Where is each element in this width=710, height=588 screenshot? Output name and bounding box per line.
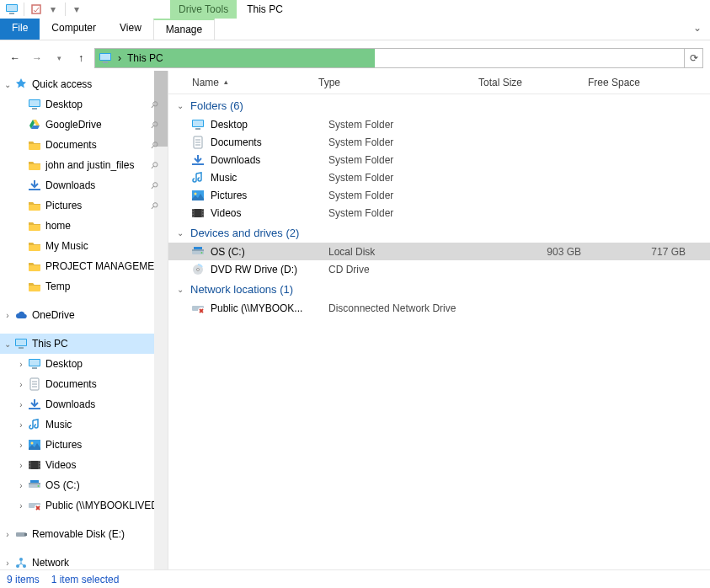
col-type[interactable]: Type [312, 77, 472, 88]
item-name: Desktop [211, 119, 328, 131]
group-network[interactable]: ⌄ Network locations (1) [168, 278, 710, 299]
item-type: System Folder [328, 207, 488, 219]
list-item[interactable]: Pictures System Folder [168, 186, 710, 204]
address-location[interactable]: This PC [127, 52, 163, 64]
tree-item-label: Documents [45, 139, 151, 151]
tree-item[interactable]: Temp [0, 276, 168, 297]
chevron-right-icon[interactable]: › [15, 461, 27, 470]
chevron-right-icon[interactable]: › [15, 360, 27, 369]
chevron-right-icon[interactable]: › [15, 400, 27, 409]
tree-item-label: GoogleDrive [45, 119, 151, 131]
tree-item[interactable]: › OS (C:) [0, 475, 168, 495]
tree-item[interactable]: john and justin_files ⚲ [0, 155, 168, 175]
tree-item[interactable]: home [0, 216, 168, 236]
tree-item[interactable]: GoogleDrive ⚲ [0, 115, 168, 135]
tree-item[interactable]: › Pictures [0, 435, 168, 455]
qat-dropdown-icon[interactable]: ▾ [46, 3, 60, 16]
tree-item[interactable]: › Public (\\MYBOOKLIVEDUO [0, 495, 168, 516]
tree-item-label: john and justin_files [45, 159, 151, 171]
list-item[interactable]: Public (\\MYBOOK... Disconnected Network… [168, 299, 710, 317]
tab-computer[interactable]: Computer [40, 19, 108, 40]
tree-item[interactable]: › Videos [0, 455, 168, 475]
sidebar-scrollbar-thumb[interactable] [154, 71, 168, 147]
item-name: OS (C:) [211, 246, 328, 258]
list-item[interactable]: Downloads System Folder [168, 151, 710, 168]
tree-item-label: Pictures [45, 439, 164, 451]
group-folders[interactable]: ⌄ Folders (6) [168, 94, 710, 115]
tree-item[interactable]: Downloads ⚲ [0, 175, 168, 195]
tree-item[interactable]: Desktop ⚲ [0, 94, 168, 115]
breadcrumb-sep-icon[interactable]: › [115, 52, 124, 64]
list-item[interactable]: Documents System Folder [168, 133, 710, 151]
nav-recent-dropdown[interactable]: ▾ [51, 50, 67, 67]
item-type: System Folder [328, 154, 488, 166]
group-drives[interactable]: ⌄ Devices and drives (2) [168, 222, 710, 243]
tree-item[interactable]: › Music [0, 414, 168, 435]
drive-tools-tab[interactable]: Drive Tools [170, 0, 237, 19]
item-name: Documents [211, 136, 328, 148]
tab-manage[interactable]: Manage [153, 19, 215, 40]
folder-icon [27, 199, 42, 212]
chevron-right-icon[interactable]: › [15, 481, 27, 490]
col-total-size[interactable]: Total Size [472, 77, 581, 88]
chevron-down-icon[interactable]: ⌄ [177, 101, 189, 110]
folder-icon [27, 280, 42, 293]
item-type: System Folder [328, 172, 488, 184]
folder-icon [27, 219, 42, 233]
col-free-space[interactable]: Free Space [581, 77, 682, 88]
tree-item[interactable]: PROJECT MANAGEMENT and [0, 256, 168, 276]
nav-forward-button[interactable]: → [29, 50, 45, 67]
nav-up-button[interactable]: ↑ [72, 50, 89, 67]
address-bar[interactable]: › This PC ⟳ [94, 48, 703, 68]
tab-view[interactable]: View [108, 19, 153, 40]
tree-network[interactable]: › Network [0, 553, 168, 569]
pictures-icon [190, 189, 206, 202]
list-item[interactable]: OS (C:) Local Disk 903 GB 717 GB [168, 243, 710, 260]
tree-onedrive[interactable]: › OneDrive [0, 305, 168, 325]
refresh-button[interactable]: ⟳ [684, 49, 702, 67]
list-item[interactable]: Videos System Folder [168, 204, 710, 222]
list-item[interactable]: Desktop System Folder [168, 115, 710, 133]
ribbon-expand-icon[interactable]: ⌄ [685, 19, 710, 40]
address-icon [99, 51, 112, 65]
drive-icon [27, 478, 42, 492]
list-item[interactable]: DVD RW Drive (D:) CD Drive [168, 260, 710, 278]
tree-item[interactable]: Documents ⚲ [0, 135, 168, 155]
gdrive-icon [27, 118, 42, 131]
item-name: Pictures [211, 190, 328, 201]
list-item[interactable]: Music System Folder [168, 168, 710, 186]
chevron-right-icon[interactable]: › [15, 441, 27, 450]
qat-customize-icon[interactable]: ▾ [71, 3, 83, 15]
netdrive-x-icon [27, 499, 42, 512]
svg-rect-32 [32, 5, 40, 13]
tree-quick-access[interactable]: ⌄ Quick access [0, 74, 168, 94]
tree-this-pc[interactable]: ⌄ This PC [0, 334, 168, 354]
item-type: CD Drive [328, 264, 488, 275]
chevron-right-icon[interactable]: › [15, 380, 27, 389]
tree-removable[interactable]: › Removable Disk (E:) [0, 524, 168, 544]
chevron-down-icon[interactable]: ⌄ [177, 285, 189, 294]
chevron-down-icon[interactable]: ⌄ [177, 228, 189, 238]
tree-item-label: OS (C:) [45, 479, 164, 491]
nav-bar: ← → ▾ ↑ › This PC ⟳ [0, 45, 710, 71]
chevron-right-icon[interactable]: › [15, 420, 27, 430]
chevron-right-icon[interactable]: › [2, 530, 13, 539]
tree-item[interactable]: › Downloads [0, 394, 168, 414]
tree-item[interactable]: Pictures ⚲ [0, 195, 168, 216]
tree-item[interactable]: › Desktop [0, 354, 168, 374]
chevron-down-icon[interactable]: ⌄ [2, 339, 13, 349]
nav-back-button[interactable]: ← [7, 50, 24, 67]
folder-icon [27, 158, 42, 172]
tab-file[interactable]: File [0, 19, 40, 40]
tree-item-label: Public (\\MYBOOKLIVEDUO [45, 500, 164, 511]
tree-item[interactable]: › Documents [0, 374, 168, 394]
col-name[interactable]: Name▴ [185, 77, 312, 88]
tree-item[interactable]: My Music [0, 236, 168, 256]
chevron-right-icon[interactable]: › [2, 311, 13, 320]
item-name: Videos [211, 207, 328, 219]
chevron-down-icon[interactable]: ⌄ [2, 80, 13, 89]
qat-properties-icon[interactable] [29, 3, 43, 16]
chevron-right-icon[interactable]: › [15, 501, 27, 510]
chevron-right-icon[interactable]: › [2, 559, 13, 568]
status-bar: 9 items 1 item selected [0, 569, 710, 588]
